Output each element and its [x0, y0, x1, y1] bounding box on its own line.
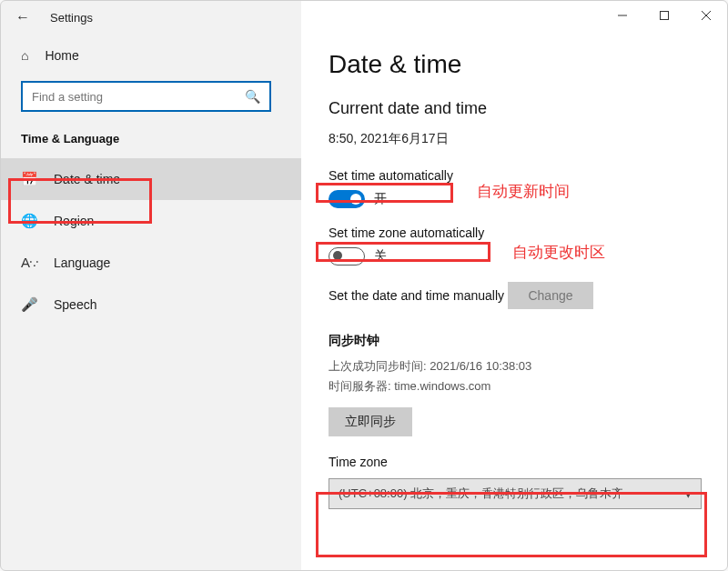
back-button[interactable]: ← [12, 6, 34, 28]
sidebar-item-label: Speech [54, 297, 96, 312]
change-button: Change [508, 282, 592, 309]
sidebar-item-region[interactable]: 🌐 Region [1, 200, 301, 242]
search-input[interactable] [32, 90, 245, 104]
minimize-button[interactable] [602, 1, 643, 30]
sidebar-category: Time & Language [1, 126, 301, 158]
section-current-datetime: Current date and time [329, 99, 700, 118]
home-icon: ⌂ [21, 48, 28, 63]
titlebar: ← Settings [1, 1, 727, 34]
manual-set-label: Set the date and time manually [329, 288, 504, 303]
search-icon: 🔍 [245, 89, 260, 104]
sidebar-item-label: Date & time [54, 172, 120, 186]
sync-clock-title: 同步时钟 [329, 333, 700, 349]
microphone-icon: 🎤 [21, 296, 37, 313]
sync-server-line: 时间服务器: time.windows.com [329, 378, 700, 395]
timezone-value: (UTC+08:00) 北京，重庆，香港特别行政区，乌鲁木齐 [339, 486, 623, 502]
home-label: Home [45, 48, 78, 63]
chevron-down-icon: ▾ [685, 487, 692, 501]
globe-icon: 🌐 [21, 213, 37, 229]
timezone-label: Time zone [329, 455, 700, 469]
sidebar-item-language[interactable]: A⸪ Language [1, 242, 301, 284]
maximize-icon [660, 11, 669, 20]
home-nav[interactable]: ⌂ Home [1, 39, 301, 72]
content-area: ⌂ Home 🔍 Time & Language 📅 Date & time 🌐… [1, 34, 727, 570]
set-time-auto-toggle[interactable] [329, 190, 365, 208]
sidebar-item-label: Language [54, 255, 110, 270]
timezone-select[interactable]: (UTC+08:00) 北京，重庆，香港特别行政区，乌鲁木齐 ▾ [329, 478, 702, 509]
maximize-button[interactable] [643, 1, 685, 30]
window-title: Settings [50, 11, 93, 25]
set-tz-auto-label: Set time zone automatically [329, 225, 484, 240]
close-icon [702, 11, 711, 20]
minimize-icon [618, 11, 627, 20]
window-controls [602, 1, 727, 34]
set-tz-auto-row: 关 [329, 247, 700, 265]
set-time-auto-label: Set time automatically [329, 168, 453, 183]
sidebar-item-speech[interactable]: 🎤 Speech [1, 284, 301, 326]
close-button[interactable] [685, 1, 727, 30]
sync-last-line: 上次成功同步时间: 2021/6/16 10:38:03 [329, 358, 700, 375]
page-title: Date & time [329, 50, 700, 79]
main-panel: Date & time Current date and time 8:50, … [301, 34, 727, 570]
language-icon: A⸪ [21, 255, 37, 271]
settings-window: ← Settings ⌂ Home 🔍 [0, 0, 728, 571]
sidebar-item-label: Region [54, 214, 94, 228]
set-tz-auto-toggle[interactable] [329, 247, 365, 265]
svg-rect-1 [661, 12, 669, 20]
sidebar-item-date-time[interactable]: 📅 Date & time [1, 158, 301, 200]
current-datetime-value: 8:50, 2021年6月17日 [329, 131, 700, 147]
sidebar: ⌂ Home 🔍 Time & Language 📅 Date & time 🌐… [1, 34, 301, 570]
set-tz-auto-state: 关 [374, 248, 387, 265]
sync-now-button[interactable]: 立即同步 [329, 407, 412, 436]
search-wrap: 🔍 [21, 81, 281, 112]
set-time-auto-row: 开 [329, 190, 700, 208]
search-box[interactable]: 🔍 [21, 81, 271, 112]
set-time-auto-state: 开 [374, 191, 387, 207]
calendar-clock-icon: 📅 [21, 171, 37, 187]
